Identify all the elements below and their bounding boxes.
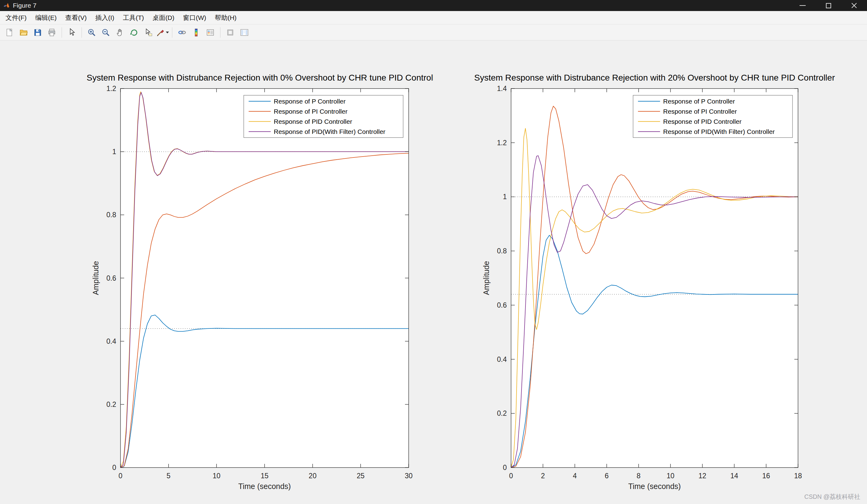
insert-legend-button[interactable] (203, 26, 217, 39)
pan-button[interactable] (113, 26, 127, 39)
x-tick-label: 8 (637, 472, 641, 480)
toolbar-separator (62, 27, 62, 38)
open-folder-icon (19, 28, 28, 37)
menubar: 文件(F)编辑(E)查看(V)插入(I)工具(T)桌面(D)窗口(W)帮助(H) (0, 11, 867, 24)
pointer-icon (67, 28, 76, 37)
x-tick-label: 18 (794, 472, 802, 480)
figure-window: Figure 7 文件(F)编辑(E)查看(V)插入(I)工具(T)桌面(D)窗… (0, 0, 867, 504)
hide-plot-tools-button[interactable] (223, 26, 237, 39)
x-tick-label: 14 (730, 472, 738, 480)
y-tick-label: 1.2 (106, 85, 116, 92)
hide-plot-tools-icon (226, 28, 235, 37)
rotate-3d-icon (129, 28, 139, 37)
titlebar: Figure 7 (0, 0, 867, 11)
menu-item-4[interactable]: 工具(T) (119, 11, 148, 24)
toolbar (0, 24, 867, 41)
legend-entry-label: Response of PID(With Filter) Controller (663, 128, 775, 135)
menu-item-5[interactable]: 桌面(D) (148, 11, 179, 24)
x-tick-label: 12 (698, 472, 706, 480)
legend-entry-label: Response of PI Controller (274, 108, 347, 115)
y-tick-label: 1.4 (497, 85, 507, 92)
colorbar-icon (192, 28, 201, 37)
save-icon (33, 28, 42, 37)
new-document-icon (5, 28, 14, 37)
figure-canvas: 05101520253000.20.40.60.811.2System Resp… (0, 41, 867, 504)
x-tick-label: 6 (605, 472, 609, 480)
window-controls (790, 0, 867, 11)
zoom-out-icon (101, 28, 110, 37)
insert-colorbar-button[interactable] (189, 26, 203, 39)
chart-title: System Response with Distrubance Rejecti… (87, 73, 434, 83)
save-figure-button[interactable] (31, 26, 45, 39)
menu-item-7[interactable]: 帮助(H) (210, 11, 241, 24)
y-tick-label: 0 (503, 463, 507, 472)
chart-title: System Response with Distrubance Rejecti… (474, 73, 835, 83)
maximize-button[interactable] (815, 0, 841, 11)
menu-item-0[interactable]: 文件(F) (1, 11, 31, 24)
data-cursor-button[interactable] (141, 26, 155, 39)
close-icon (851, 2, 857, 9)
y-tick-label: 0.6 (106, 274, 116, 282)
legend-icon (206, 28, 215, 37)
menu-item-1[interactable]: 编辑(E) (31, 11, 61, 24)
close-button[interactable] (841, 0, 867, 11)
rotate-3d-button[interactable] (127, 26, 141, 39)
brush-data-button[interactable] (155, 26, 169, 39)
y-tick-label: 0.8 (497, 247, 507, 255)
y-tick-label: 0.8 (106, 211, 116, 219)
x-tick-label: 0 (119, 472, 122, 480)
open-file-button[interactable] (17, 26, 31, 39)
plot-background (120, 89, 409, 468)
y-tick-label: 0.6 (497, 301, 507, 309)
chart-20-percent-overshoot: 02468101214161800.20.40.60.811.21.4Syste… (434, 41, 867, 504)
y-axis-label: Amplitude (92, 261, 100, 295)
zoom-in-button[interactable] (85, 26, 99, 39)
x-tick-label: 20 (309, 472, 317, 480)
x-tick-label: 30 (405, 472, 413, 480)
y-axis-label: Amplitude (482, 261, 491, 295)
x-tick-label: 2 (541, 472, 545, 480)
plot-background (511, 89, 798, 468)
y-tick-label: 1 (503, 193, 507, 201)
maximize-icon (826, 3, 831, 8)
matlab-figure-icon (3, 2, 10, 9)
print-icon (47, 28, 56, 37)
new-figure-button[interactable] (2, 26, 17, 39)
y-tick-label: 0.4 (497, 355, 507, 363)
x-axis-label: Time (seconds) (238, 482, 291, 491)
y-tick-label: 0.2 (497, 409, 507, 417)
legend-entry-label: Response of PI Controller (663, 108, 737, 115)
x-tick-label: 15 (260, 472, 269, 480)
menu-item-2[interactable]: 查看(V) (61, 11, 91, 24)
pan-icon (115, 28, 125, 37)
link-plot-icon (178, 28, 187, 37)
show-plot-tools-icon (240, 28, 249, 37)
zoom-out-button[interactable] (99, 26, 113, 39)
legend-entry-label: Response of P Controller (274, 98, 345, 105)
menu-item-3[interactable]: 插入(I) (91, 11, 119, 24)
edit-plot-button[interactable] (65, 26, 79, 39)
zoom-in-icon (87, 28, 96, 37)
minimize-icon (800, 5, 806, 6)
y-tick-label: 0.2 (106, 401, 116, 408)
chevron-down-icon[interactable] (166, 32, 169, 33)
y-tick-label: 0 (112, 463, 116, 472)
brush-icon (156, 28, 165, 37)
menu-item-6[interactable]: 窗口(W) (179, 11, 211, 24)
link-plot-button[interactable] (175, 26, 189, 39)
watermark: CSDN @荔枝科研社 (804, 493, 860, 501)
data-cursor-icon (143, 28, 153, 37)
x-tick-label: 25 (357, 472, 365, 480)
show-plot-tools-button[interactable] (237, 26, 251, 39)
print-figure-button[interactable] (45, 26, 59, 39)
minimize-button[interactable] (790, 0, 815, 11)
x-tick-label: 10 (666, 472, 674, 480)
x-tick-label: 0 (509, 472, 513, 480)
chart-0-percent-overshoot: 05101520253000.20.40.60.811.2System Resp… (0, 41, 434, 504)
legend-entry-label: Response of PID Controller (663, 118, 742, 125)
y-tick-label: 0.4 (106, 337, 116, 345)
toolbar-separator (220, 27, 221, 38)
x-tick-label: 5 (167, 472, 170, 480)
toolbar-separator (172, 27, 172, 38)
y-tick-label: 1.2 (497, 139, 507, 147)
